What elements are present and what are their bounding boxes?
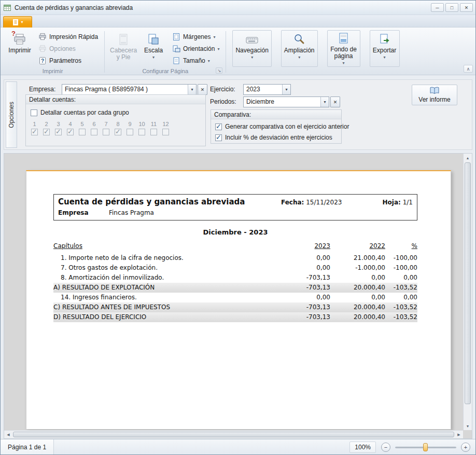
row-concepto: C) RESULTADO ANTES DE IMPUESTOS	[53, 302, 272, 312]
magnifier-icon	[293, 32, 305, 46]
impresion-rapida-label: Impresión Rápida	[49, 33, 98, 40]
impresion-rapida-button[interactable]: Impresión Rápida	[36, 31, 101, 43]
row-2023: -703,13	[272, 302, 330, 312]
month-label: 2	[45, 121, 48, 127]
file-menu-tab[interactable]: ▾	[3, 16, 32, 27]
export-icon	[379, 32, 391, 46]
chevron-down-icon: ▾	[384, 54, 386, 61]
navegacion-button[interactable]: Navegación ▾	[232, 30, 271, 67]
fecha-label: Fecha:	[281, 199, 304, 206]
scale-icon	[147, 32, 160, 46]
tamano-button[interactable]: Tamaño ▾	[170, 55, 222, 66]
navigation-icon	[245, 32, 259, 46]
parametros-button[interactable]: ? Parámetros	[36, 55, 101, 66]
month-label: 3	[57, 121, 60, 127]
report-row-total: A) RESULTADO DE EXPLOTACIÓN-703,1320.000…	[53, 283, 417, 293]
chevron-down-icon[interactable]: ▾	[282, 85, 290, 94]
empresa-label: Empresa:	[29, 86, 55, 93]
month-label: 9	[128, 121, 131, 127]
print-options-icon	[38, 45, 47, 53]
ver-informe-label: Ver informe	[418, 96, 450, 103]
month-label: 12	[162, 121, 169, 127]
horizontal-scrollbar-thumb[interactable]	[13, 432, 454, 437]
fecha-value: 15/11/2023	[306, 199, 342, 206]
incluir-desviacion-checkbox[interactable]	[215, 134, 222, 141]
month-cell: 8	[114, 121, 122, 135]
hoja-value: 1/1	[403, 199, 413, 206]
empresa-clear-button[interactable]: ✕	[198, 84, 207, 95]
month-label: 5	[80, 121, 83, 127]
header-footer-icon	[117, 32, 130, 46]
month-checkbox-9	[127, 129, 133, 135]
escala-button[interactable]: Escala ▾	[138, 30, 169, 63]
group-label-imprimir: Imprimir	[3, 68, 103, 74]
book-icon	[429, 87, 440, 95]
ver-informe-button[interactable]: Ver informe	[412, 85, 457, 105]
ribbon-group-imprimir: ? Imprimir Impresión Rápida Opciones	[3, 29, 103, 75]
chevron-down-icon: ▾	[217, 47, 219, 51]
row-pct: 0,00	[385, 273, 417, 283]
margins-icon	[172, 33, 180, 41]
scroll-up-icon[interactable]: ▲	[464, 154, 472, 162]
row-concepto: 1. Importe neto de la cifra de negocios.	[53, 253, 272, 263]
scroll-left-icon[interactable]: ◀	[4, 431, 12, 439]
zoom-controls: 100% − +	[349, 442, 470, 453]
comparativa-header: Comparativa:	[211, 110, 341, 119]
close-button[interactable]: ✕	[460, 3, 473, 12]
month-cell: 2	[43, 121, 50, 135]
detallar-checkbox[interactable]	[31, 109, 37, 116]
ribbon-separator	[104, 31, 105, 73]
empresa-combobox[interactable]: Fincas Pragma ( B58959784 ) ▾	[62, 84, 197, 95]
zoom-out-button[interactable]: −	[381, 443, 390, 452]
ribbon-group-configurar-pagina: Cabecera y Pie Escala ▾ Márgenes ▾	[106, 29, 224, 75]
row-2022: -1.000,00	[330, 263, 385, 273]
exportar-button[interactable]: Exportar ▾	[370, 30, 400, 67]
chevron-down-icon: ▾	[298, 54, 300, 61]
chevron-down-icon[interactable]: ▾	[320, 97, 329, 107]
ejercicio-combobox[interactable]: 2023 ▾	[243, 84, 291, 95]
row-2023: 0,00	[272, 263, 330, 273]
periodos-value: Diciembre	[244, 97, 320, 107]
tab-opciones[interactable]: Opciones	[6, 81, 17, 148]
row-2022: 20.000,40	[330, 312, 385, 322]
chevron-down-icon[interactable]: ▾	[188, 85, 196, 94]
month-cell: 11	[150, 121, 158, 135]
margenes-button[interactable]: Márgenes ▾	[170, 31, 222, 43]
generar-comparativa-label: Generar comparativa con el ejercicio ant…	[225, 123, 349, 130]
month-label: 6	[92, 121, 95, 127]
vertical-scrollbar-thumb[interactable]	[465, 162, 471, 404]
zoom-in-button[interactable]: +	[461, 443, 470, 452]
ampliacion-button[interactable]: Ampliación ▾	[281, 30, 318, 67]
quick-print-icon	[38, 33, 47, 41]
report-row-total: D) RESULTADO DEL EJERCICIO-703,1320.000,…	[53, 312, 417, 322]
scroll-down-icon[interactable]: ▼	[464, 422, 472, 430]
fondo-de-pagina-button[interactable]: Fondo de página ▾	[327, 30, 360, 67]
report-row: 8. Amortización del inmovilizado.-703,13…	[53, 273, 417, 283]
horizontal-scrollbar[interactable]: ◀ ▶	[4, 430, 463, 438]
month-cell: 1	[31, 121, 38, 135]
opciones-tab-label: Opciones	[8, 102, 15, 128]
generar-comparativa-checkbox[interactable]	[215, 123, 222, 130]
orientacion-button[interactable]: Orientación ▾	[170, 43, 222, 54]
collapse-ribbon-button[interactable]: ∧	[464, 65, 473, 73]
zoom-percentage: 100%	[349, 442, 376, 453]
zoom-slider-thumb[interactable]	[423, 443, 428, 451]
print-preview-area[interactable]: Cuenta de pérdidas y ganancias abreviada…	[4, 153, 472, 439]
margenes-label: Márgenes	[183, 33, 211, 40]
row-2022: 21.000,40	[330, 253, 385, 263]
maximize-button[interactable]: □	[445, 3, 458, 12]
scroll-right-icon[interactable]: ▶	[455, 431, 463, 439]
detallar-cuentas-group: Detallar cuentas: Detallar cuentas por c…	[25, 94, 206, 146]
chevron-down-icon: ▾	[21, 20, 23, 24]
zoom-slider[interactable]	[395, 443, 456, 452]
periodos-clear-button[interactable]: ✕	[330, 96, 340, 107]
col-capitulos: Capítulos	[53, 241, 272, 253]
vertical-scrollbar[interactable]: ▲ ▼	[463, 154, 472, 430]
dialog-launcher-icon[interactable]: ↘	[216, 67, 222, 74]
periodos-combobox[interactable]: Diciembre ▾	[243, 96, 329, 107]
imprimir-button[interactable]: ? Imprimir	[5, 30, 35, 56]
window-title: Cuenta de pérdidas y ganancias abreviada	[15, 4, 429, 11]
row-2023: -703,13	[272, 312, 330, 322]
report-header-box: Cuenta de pérdidas y ganancias abreviada…	[53, 194, 417, 220]
minimize-button[interactable]: ─	[431, 3, 444, 12]
